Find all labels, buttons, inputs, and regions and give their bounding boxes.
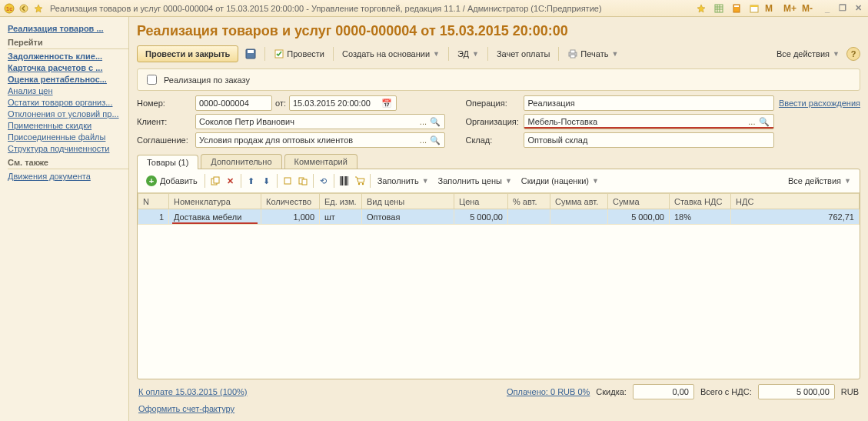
move-down-button[interactable]: ⬇ [260, 174, 274, 188]
tab-additional[interactable]: Дополнительно [201, 154, 281, 169]
calendar-icon[interactable] [747, 2, 761, 15]
search-icon[interactable]: 🔍 [429, 135, 441, 145]
ellipsis-icon[interactable]: ... [417, 135, 429, 145]
m-button[interactable]: M [765, 3, 782, 14]
number-field[interactable]: 0000-000004 [195, 95, 272, 111]
cell-sum[interactable]: 5 000,00 [608, 209, 670, 225]
fill-prices-button[interactable]: Заполнить цены▼ [434, 172, 516, 189]
cell-sum-auto[interactable] [550, 209, 608, 225]
add-row-button[interactable]: +Добавить [142, 173, 201, 189]
total-field[interactable]: 5 000,00 [758, 384, 835, 399]
sidebar-item[interactable]: Отклонения от условий пр... [8, 109, 128, 119]
operation-field[interactable]: Реализация [524, 95, 773, 111]
col-vat-rate[interactable]: Ставка НДС [670, 194, 731, 209]
col-qty[interactable]: Количество [261, 194, 320, 209]
cell-n[interactable]: 1 [138, 209, 169, 225]
fav-icon[interactable] [694, 2, 708, 15]
col-price-type[interactable]: Вид цены [362, 194, 454, 209]
tab-goods[interactable]: Товары (1) [137, 155, 198, 169]
reload-icon[interactable]: ⟲ [317, 174, 331, 188]
paste-icon[interactable] [296, 174, 310, 188]
page-title: Реализация товаров и услуг 0000-000004 о… [137, 23, 860, 39]
all-actions-button[interactable]: Все действия▼ [773, 45, 843, 62]
paid-link[interactable]: Оплачено: 0 RUB 0% [507, 387, 590, 396]
sidebar-item[interactable]: Присоединенные файлы [8, 132, 128, 142]
cell-nomenclature[interactable]: Доставка мебели [169, 209, 261, 225]
copy-icon[interactable] [281, 174, 294, 188]
move-up-button[interactable]: ⬆ [244, 174, 258, 188]
table-all-actions-button[interactable]: Все действия▼ [784, 172, 855, 189]
help-icon[interactable]: ? [846, 47, 860, 61]
sidebar-item[interactable]: Оценка рентабельнос... [8, 75, 128, 84]
order-realization-checkbox[interactable] [147, 75, 157, 85]
discount-field[interactable]: 0,00 [633, 384, 694, 399]
search-icon[interactable]: 🔍 [429, 117, 441, 127]
col-pct-auto[interactable]: % авт. [508, 194, 550, 209]
agreement-field[interactable]: Условия продаж для оптовых клиентов...🔍 [195, 132, 445, 148]
cart-icon[interactable] [353, 174, 367, 188]
grid-icon[interactable] [712, 2, 726, 15]
print-button[interactable]: Печать▼ [564, 45, 622, 62]
copy-row-button[interactable] [208, 174, 222, 188]
cell-qty[interactable]: 1,000 [261, 209, 320, 225]
total-label: Всего с НДС: [700, 387, 752, 396]
star-icon[interactable] [32, 2, 45, 15]
restore-button[interactable]: ❐ [836, 2, 850, 15]
cell-vat-rate[interactable]: 18% [670, 209, 731, 225]
col-n[interactable]: N [138, 194, 169, 209]
col-price[interactable]: Цена [454, 194, 508, 209]
cell-price-type[interactable]: Оптовая [362, 209, 454, 225]
order-realization-row: Реализация по заказу [137, 68, 860, 91]
ellipsis-icon[interactable]: ... [746, 117, 758, 126]
offset-payment-button[interactable]: Зачет оплаты [493, 45, 554, 62]
discounts-button[interactable]: Скидки (наценки)▼ [517, 172, 603, 189]
post-and-close-button[interactable]: Провести и закрыть [137, 45, 238, 62]
enter-discrepancies-link[interactable]: Ввести расхождения [779, 99, 860, 108]
cell-price[interactable]: 5 000,00 [454, 209, 508, 225]
cell-pct-auto[interactable] [508, 209, 550, 225]
sidebar-item[interactable]: Структура подчиненности [8, 144, 128, 153]
mplus-button[interactable]: M+ [783, 3, 800, 14]
calendar-pick-icon[interactable]: 📅 [381, 99, 393, 109]
ellipsis-icon[interactable]: ... [417, 117, 429, 126]
cell-unit[interactable]: шт [320, 209, 362, 225]
delete-row-button[interactable]: ✕ [224, 174, 238, 188]
tab-comment[interactable]: Комментарий [284, 154, 358, 169]
col-unit[interactable]: Ед. изм. [320, 194, 362, 209]
mminus-button[interactable]: M- [802, 3, 819, 14]
order-realization-label: Реализация по заказу [164, 75, 250, 85]
svg-rect-13 [248, 50, 254, 53]
search-icon[interactable]: 🔍 [758, 117, 770, 127]
to-pay-link[interactable]: К оплате 15.03.2015 (100%) [138, 387, 248, 396]
create-invoice-link[interactable]: Оформить счет-фактуру [138, 404, 234, 413]
ed-button[interactable]: ЭД▼ [454, 45, 483, 62]
calc-icon[interactable] [730, 2, 743, 15]
table-toolbar: +Добавить ✕ ⬆ ⬇ ⟲ Заполнить▼ Заполнить ц… [138, 169, 860, 192]
barcode-icon[interactable] [338, 174, 351, 188]
fill-button[interactable]: Заполнить▼ [374, 172, 433, 189]
sidebar-item[interactable]: Остатки товаров организ... [8, 98, 128, 107]
col-sum-auto[interactable]: Сумма авт. [550, 194, 608, 209]
minimize-button[interactable]: _ [820, 2, 834, 15]
save-button[interactable] [241, 45, 260, 62]
date-field[interactable]: 15.03.2015 20:00:00📅 [289, 95, 397, 111]
sidebar-item[interactable]: Примененные скидки [8, 121, 128, 130]
client-field[interactable]: Соколов Петр Иванович...🔍 [195, 114, 445, 129]
post-button[interactable]: Провести [270, 45, 328, 62]
organization-field[interactable]: Мебель-Поставка...🔍 [524, 114, 773, 129]
goods-grid[interactable]: N Номенклатура Количество Ед. изм. Вид ц… [138, 192, 860, 379]
create-based-button[interactable]: Создать на основании▼ [338, 45, 444, 62]
sidebar-item[interactable]: Задолженность клие... [8, 52, 128, 61]
col-nomenclature[interactable]: Номенклатура [169, 194, 261, 209]
sidebar-item[interactable]: Карточка расчетов с ... [8, 63, 128, 72]
close-button[interactable]: ✕ [851, 2, 865, 15]
sidebar-item[interactable]: Анализ цен [8, 86, 128, 95]
table-row[interactable]: 1 Доставка мебели 1,000 шт Оптовая 5 000… [138, 209, 860, 225]
col-sum[interactable]: Сумма [608, 194, 670, 209]
warehouse-field[interactable]: Оптовый склад [524, 132, 773, 148]
cell-vat[interactable]: 762,71 [731, 209, 860, 225]
col-vat[interactable]: НДС [731, 194, 860, 209]
sidebar-item[interactable]: Движения документа [8, 172, 128, 181]
back-icon[interactable] [18, 2, 30, 15]
sidebar-item[interactable]: Реализация товаров ... [8, 24, 128, 33]
